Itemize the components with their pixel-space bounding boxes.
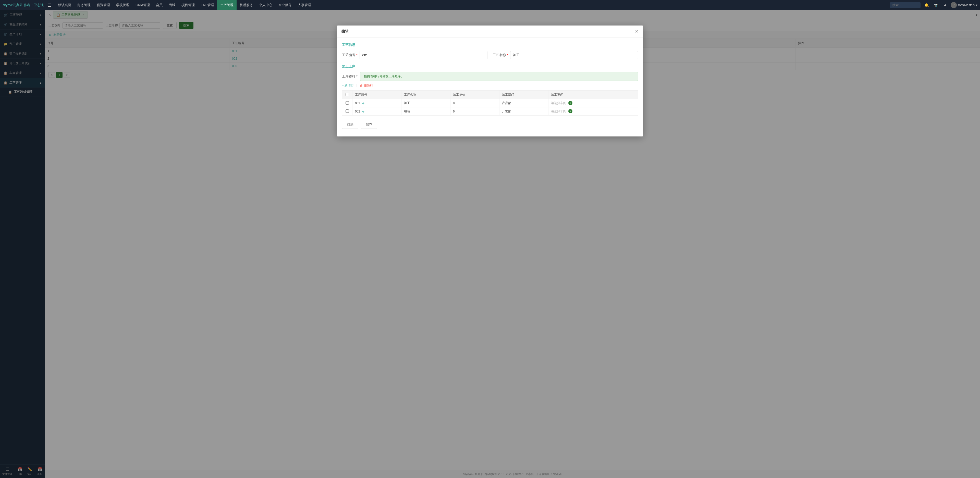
trash-icon: 🗑 (360, 84, 363, 87)
select-all-checkbox[interactable] (345, 93, 349, 96)
inner-col-dept: 加工部门 (499, 91, 548, 99)
inner-col-price: 加工单价 (450, 91, 499, 99)
process-resource-label: 工序资料 * (342, 74, 358, 79)
inner-col-code: 工序编号 (352, 91, 401, 99)
row1-checkbox[interactable] (345, 101, 349, 105)
row1-code-edit-icon[interactable]: ⊕ (362, 102, 364, 105)
nav-right: 🔔 📷 🖥 R root(Master) ▾ (890, 2, 977, 8)
row2-code: 002 ⊕ (352, 107, 401, 116)
nav-item-crm[interactable]: CRM管理 (132, 0, 153, 10)
sub-section-title: 加工工序 (342, 64, 638, 69)
row1-ops (623, 99, 638, 107)
inner-col-workshop: 加工车间 (548, 91, 623, 99)
name-label: 工艺名称 * (493, 53, 508, 57)
monitor-icon[interactable]: 🖥 (942, 3, 948, 7)
save-button[interactable]: 保存 (361, 121, 377, 129)
nav-item-salary[interactable]: 薪资管理 (94, 0, 113, 10)
table-actions: + 新增行 | 🗑 删除行 (342, 83, 638, 88)
modal-close-button[interactable]: ✕ (635, 29, 638, 34)
code-label: 工艺编号 * (342, 53, 358, 57)
inner-table: 工序编号 工序名称 加工单价 加工部门 加工车间 001 (342, 90, 638, 116)
username-label: root(Master) (958, 3, 975, 7)
top-nav: skyeye云办公 作者：卫志强 ☰ 默认桌面 财务管理 薪资管理 学校管理 C… (0, 0, 980, 10)
top-search-input[interactable] (890, 2, 921, 8)
modal-overlay: 编辑 ✕ 工艺信息 工艺编号 * 工艺名称 * (0, 10, 980, 478)
nav-item-school[interactable]: 学校管理 (113, 0, 132, 10)
notification-icon[interactable]: 🔔 (923, 3, 930, 7)
row2-checkbox[interactable] (345, 110, 349, 113)
name-required: * (507, 53, 508, 57)
row1-dept: 产品部 (499, 99, 548, 107)
form-field-name: 工艺名称 * (493, 51, 638, 59)
row2-name: 组装 (401, 107, 450, 116)
nav-item-project[interactable]: 项目管理 (178, 0, 198, 10)
row1-workshop: 请选择车间 + (548, 99, 623, 107)
modal-header: 编辑 ✕ (337, 25, 643, 38)
modal-title: 编辑 (342, 29, 348, 34)
inner-table-row-1: 001 ⊕ 加工 8 产品部 请选择车间 + (342, 99, 638, 107)
modal-footer: 取消 保存 (342, 121, 638, 131)
nav-item-production[interactable]: 生产管理 (217, 0, 237, 10)
code-input[interactable] (360, 51, 487, 59)
add-row-button[interactable]: + 新增行 (342, 83, 354, 88)
form-field-code: 工艺编号 * (342, 51, 487, 59)
nav-item-desktop[interactable]: 默认桌面 (55, 0, 74, 10)
modal-body: 工艺信息 工艺编号 * 工艺名称 * 加工工序 (337, 38, 643, 137)
row1-code: 001 ⊕ (352, 99, 401, 107)
nav-item-shop[interactable]: 商城 (165, 0, 178, 10)
form-row-code-name: 工艺编号 * 工艺名称 * (342, 51, 638, 59)
row2-ops (623, 107, 638, 116)
hamburger-icon[interactable]: ☰ (48, 3, 51, 8)
row1-checkbox-cell (342, 99, 352, 107)
nav-item-hr[interactable]: 人事管理 (295, 0, 314, 10)
nav-item-aftersale[interactable]: 售后服务 (237, 0, 256, 10)
row2-dept: 开发部 (499, 107, 548, 116)
row2-code-edit-icon[interactable]: ⊕ (362, 110, 364, 113)
user-dropdown-icon: ▾ (976, 3, 977, 7)
row1-name: 加工 (401, 99, 450, 107)
nav-item-enterprise[interactable]: 企业服务 (275, 0, 295, 10)
modal: 编辑 ✕ 工艺信息 工艺编号 * 工艺名称 * (337, 25, 643, 137)
inner-col-ops (623, 91, 638, 99)
nav-items: 默认桌面 财务管理 薪资管理 学校管理 CRM管理 会员 商城 项目管理 ERP… (55, 0, 890, 10)
nav-item-member[interactable]: 会员 (153, 0, 165, 10)
inner-col-checkbox (342, 91, 352, 99)
row2-workshop-add-icon[interactable]: + (568, 109, 573, 113)
camera-icon[interactable]: 📷 (932, 3, 939, 7)
brand-label: skyeye云办公 作者：卫志强 (3, 3, 44, 7)
row2-workshop: 请选择车间 + (548, 107, 623, 116)
row1-price: 8 (450, 99, 499, 107)
row2-checkbox-cell (342, 107, 352, 116)
code-required: * (356, 53, 358, 57)
row1-workshop-add-icon[interactable]: + (568, 101, 573, 105)
nav-item-personal[interactable]: 个人中心 (256, 0, 275, 10)
inner-table-row-2: 002 ⊕ 组装 6 开发部 请选择车间 + (342, 107, 638, 116)
name-input[interactable] (510, 51, 638, 59)
nav-item-finance[interactable]: 财务管理 (74, 0, 94, 10)
inner-col-name: 工序名称 (401, 91, 450, 99)
hint-bar: 拖拽表格行可修改工序顺序。 (360, 72, 638, 81)
modal-section-title: 工艺信息 (342, 43, 638, 47)
nav-item-erp[interactable]: ERP管理 (198, 0, 218, 10)
avatar: R (951, 2, 957, 8)
user-info[interactable]: R root(Master) ▾ (951, 2, 977, 8)
row2-price: 6 (450, 107, 499, 116)
delete-row-button[interactable]: 🗑 删除行 (360, 83, 373, 88)
cancel-button[interactable]: 取消 (342, 121, 358, 129)
